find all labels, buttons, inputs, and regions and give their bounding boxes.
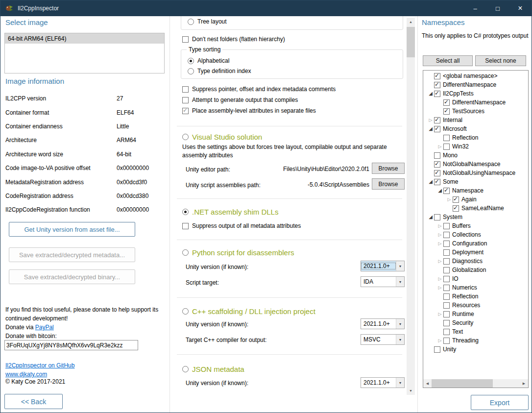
scrollbar-track[interactable]	[432, 379, 520, 388]
website-link[interactable]: www.djkaty.com	[5, 371, 47, 378]
horizontal-scrollbar[interactable]: ◀ ▶	[423, 379, 528, 388]
tree-checkbox[interactable]	[443, 223, 450, 229]
visual-studio-solution-radio[interactable]: Visual Studio solution	[182, 133, 262, 141]
scroll-up-button[interactable]: ▲	[407, 18, 415, 26]
tree-checkbox[interactable]	[443, 232, 450, 238]
tree-item[interactable]: ▷Configuration	[423, 239, 528, 248]
tree-item[interactable]: DifferentNamespace	[423, 98, 528, 107]
tree-item[interactable]: NotGlobalUsingNamespace	[423, 169, 528, 177]
tree-checkbox[interactable]	[434, 161, 440, 168]
type-definition-index-radio[interactable]: Type definition index	[188, 68, 251, 74]
tree-checkbox[interactable]	[434, 214, 440, 220]
tree-item[interactable]: Security	[423, 318, 528, 327]
tree-checkbox[interactable]	[453, 196, 459, 203]
tree-checkbox[interactable]	[434, 73, 440, 79]
export-button[interactable]: Export	[471, 395, 529, 410]
tree-expander-icon[interactable]: ▷	[436, 145, 443, 149]
tree-expander-icon[interactable]: ◢	[427, 179, 434, 184]
tree-item[interactable]: ◢System	[423, 213, 528, 221]
save-binary-button[interactable]: Save extracted/decrypted binary...	[9, 269, 135, 284]
scroll-right-button[interactable]: ▶	[520, 379, 528, 388]
tree-item[interactable]: DifferentNamespace	[423, 80, 528, 89]
cpp-unity-version-select[interactable]: 2021.1.0+ ▾	[361, 318, 405, 329]
tree-checkbox[interactable]	[443, 258, 450, 265]
tree-item[interactable]: ▷IO	[423, 274, 528, 283]
tree-item[interactable]: ▷Again	[423, 195, 528, 204]
tree-checkbox[interactable]	[443, 99, 450, 106]
cpp-scaffolding-radio[interactable]: C++ scaffolding / DLL injection project	[182, 307, 315, 316]
attempt-compiles-checkbox[interactable]: Attempt to generate output that compiles	[182, 97, 298, 103]
json-metadata-radio[interactable]: JSON metadata	[182, 365, 244, 373]
tree-checkbox[interactable]	[443, 249, 450, 256]
tree-expander-icon[interactable]: ▷	[436, 312, 443, 316]
script-target-select[interactable]: IDA ▾	[361, 276, 405, 287]
unity-editor-path-value[interactable]: Files\Unity\Hub\Editor\2020.2.0f1	[263, 164, 369, 174]
tree-item[interactable]: Globalization	[423, 266, 528, 274]
tree-checkbox[interactable]	[434, 117, 440, 123]
flatten-hierarchy-checkbox[interactable]: Don't nest folders (flatten hierarchy)	[182, 36, 285, 43]
minimize-button[interactable]: –	[464, 0, 486, 16]
tree-checkbox[interactable]	[443, 144, 450, 150]
back-button[interactable]: << Back	[4, 394, 63, 409]
tree-item[interactable]: SameLeafName	[423, 204, 528, 213]
tree-item[interactable]: ▷Internal	[423, 116, 528, 124]
suppress-comments-checkbox[interactable]: Suppress pointer, offset and index metad…	[182, 86, 336, 93]
tree-checkbox[interactable]	[434, 91, 440, 97]
tree-expander-icon[interactable]: ▷	[436, 286, 443, 290]
tree-item[interactable]: ▷Runtime	[423, 310, 528, 318]
vertical-scrollbar[interactable]: ▲ ▼	[407, 18, 415, 395]
close-button[interactable]: ×	[509, 0, 532, 16]
tree-item[interactable]: ▷Win32	[423, 142, 528, 151]
tree-checkbox[interactable]	[443, 241, 450, 247]
tree-checkbox[interactable]	[443, 108, 450, 115]
tree-checkbox[interactable]	[434, 82, 440, 88]
python-unity-version-select[interactable]: 2021.1.0+ ▾	[361, 261, 405, 271]
tree-item[interactable]: Reflection	[423, 133, 528, 142]
tree-checkbox[interactable]	[443, 302, 450, 309]
tree-item[interactable]: TestSources	[423, 107, 528, 116]
alphabetical-radio[interactable]: Alphabetical	[188, 57, 229, 64]
tree-item[interactable]: ◢Il2CppTests	[423, 89, 528, 98]
tree-item[interactable]: ▷Diagnostics	[423, 257, 528, 266]
select-none-button[interactable]: Select none	[475, 55, 526, 66]
tree-expander-icon[interactable]: ▷	[436, 233, 443, 237]
scroll-down-button[interactable]: ▼	[407, 387, 415, 395]
maximize-button[interactable]: □	[486, 0, 509, 16]
tree-item[interactable]: NotGlobalNamespace	[423, 160, 528, 169]
tree-item[interactable]: Unity	[423, 345, 528, 354]
browse-assemblies-path-button[interactable]: Browse	[372, 178, 405, 190]
browse-editor-path-button[interactable]: Browse	[372, 163, 405, 174]
scroll-left-button[interactable]: ◀	[423, 379, 432, 388]
tree-checkbox[interactable]	[434, 152, 440, 159]
tree-checkbox[interactable]	[434, 126, 440, 132]
tree-checkbox[interactable]	[434, 170, 440, 176]
tree-item[interactable]: ◢Namespace	[423, 186, 528, 195]
tree-item[interactable]: ◢Microsoft	[423, 124, 528, 133]
tree-checkbox[interactable]	[453, 205, 459, 212]
suppress-attributes-checkbox[interactable]: Suppress output of all metadata attribut…	[182, 222, 301, 229]
json-unity-version-select[interactable]: 2021.1.0+ ▾	[361, 377, 405, 388]
bitcoin-address-input[interactable]	[4, 340, 138, 350]
tree-expander-icon[interactable]: ▷	[436, 259, 443, 264]
shim-dlls-radio[interactable]: .NET assembly shim DLLs	[182, 208, 278, 216]
tree-expander-icon[interactable]: ▷	[427, 118, 434, 122]
tree-expander-icon[interactable]: ▷	[436, 242, 443, 246]
tree-item[interactable]: <global namespace>	[423, 72, 528, 80]
select-all-button[interactable]: Select all	[423, 55, 473, 66]
paypal-link[interactable]: PayPal	[35, 324, 54, 331]
cpp-compiler-select[interactable]: MSVC ▾	[361, 334, 405, 345]
tree-expander-icon[interactable]: ▷	[436, 224, 443, 228]
tree-checkbox[interactable]	[443, 293, 450, 300]
tree-checkbox[interactable]	[443, 135, 450, 141]
tree-checkbox[interactable]	[443, 276, 450, 282]
tree-checkbox[interactable]	[443, 338, 450, 344]
scrollbar-thumb[interactable]	[407, 27, 415, 57]
tree-expander-icon[interactable]: ▷	[436, 277, 443, 281]
tree-item[interactable]: Resources	[423, 301, 528, 310]
tree-item[interactable]: ◢Some	[423, 177, 528, 186]
tree-item[interactable]: Reflection	[423, 292, 528, 301]
image-listbox[interactable]: 64-bit ARM64 (ELF64)	[4, 33, 165, 73]
tree-checkbox[interactable]	[443, 188, 450, 194]
scrollbar-thumb[interactable]	[432, 379, 493, 388]
tree-checkbox[interactable]	[434, 179, 440, 185]
